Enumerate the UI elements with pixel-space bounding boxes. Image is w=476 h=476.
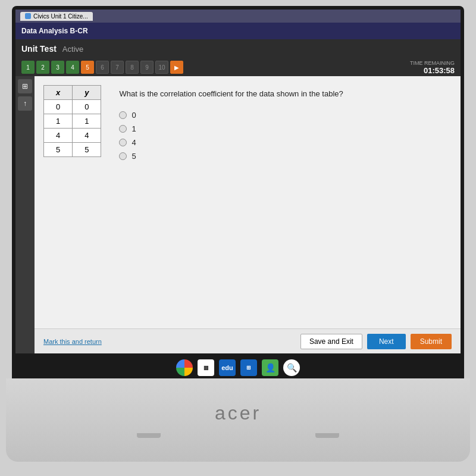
question-btn-9[interactable]: 9: [140, 61, 154, 74]
edu-icon[interactable]: edu: [219, 359, 236, 376]
browser-tab[interactable]: Civics Unit 1 Citize...: [20, 12, 93, 21]
time-remaining-value: 01:53:58: [424, 66, 455, 75]
unit-test-label: Unit Test: [21, 44, 57, 54]
answer-label-5: 5: [131, 152, 136, 161]
answer-options: 0 1 4 5: [119, 111, 452, 161]
answer-option-4[interactable]: 4: [119, 138, 452, 147]
question-btn-3[interactable]: 3: [51, 61, 64, 74]
time-remaining: TIME REMAINING 01:53:58: [410, 60, 455, 75]
question-text: What is the correlation coefficient for …: [119, 88, 452, 100]
bottom-bar: Mark this and return Save and Exit Next …: [15, 328, 461, 353]
question-section: What is the correlation coefficient for …: [119, 85, 452, 320]
user-icon[interactable]: 👤: [262, 359, 278, 376]
sidebar-icon-grid[interactable]: ⊞: [18, 79, 32, 93]
laptop-foot-left: [137, 433, 161, 438]
laptop-foot-right: [315, 433, 339, 438]
table-header-y: y: [73, 86, 101, 100]
submit-button[interactable]: Submit: [411, 334, 452, 349]
table-row: 1 1: [44, 114, 101, 129]
unit-test-bar: Unit Test Active: [15, 39, 461, 58]
bottom-buttons: Save and Exit Next Submit: [300, 334, 452, 349]
question-btn-7[interactable]: 7: [111, 61, 124, 74]
question-btn-4[interactable]: 4: [66, 61, 79, 74]
table-cell-x0: 0: [44, 100, 73, 114]
sidebar-icon-arrow[interactable]: ↑: [18, 96, 32, 111]
data-table: x y 0 0 1 1: [43, 85, 101, 157]
content-wrapper: x y 0 0 1 1: [35, 76, 461, 328]
question-btn-8[interactable]: 8: [126, 61, 139, 74]
acer-logo: acer: [215, 402, 261, 424]
screen: Civics Unit 1 Citize... Data Analysis B-…: [15, 10, 461, 353]
table-cell-y5: 5: [73, 143, 101, 157]
active-status-label: Active: [62, 45, 83, 54]
radio-1[interactable]: [119, 125, 127, 133]
table-cell-y1: 1: [73, 114, 101, 129]
table-cell-x1: 1: [44, 114, 73, 129]
answer-option-5[interactable]: 5: [119, 152, 452, 161]
data-table-section: x y 0 0 1 1: [43, 85, 101, 320]
browser-tab-icon: [25, 13, 31, 19]
taskbar-area: ▦ edu ⊞ 👤 🔍: [12, 357, 464, 378]
answer-option-1[interactable]: 1: [119, 124, 452, 133]
main-content: ⊞ ↑ x y: [15, 76, 461, 353]
next-button[interactable]: Next: [367, 334, 406, 349]
table-row: 4 4: [44, 129, 101, 143]
question-btn-5[interactable]: 5: [81, 61, 94, 74]
laptop-outer: Civics Unit 1 Citize... Data Analysis B-…: [0, 0, 476, 476]
radio-4[interactable]: [119, 139, 127, 146]
laptop-bottom: acer: [6, 378, 470, 462]
question-nav-bar: 1 2 3 4 5 6 7 8 9 10 ▶ TIME REMAINING 01…: [15, 58, 461, 76]
question-btn-2[interactable]: 2: [36, 61, 49, 74]
left-sidebar: ⊞ ↑: [15, 76, 35, 353]
qr-icon[interactable]: ▦: [198, 359, 214, 376]
search-icon[interactable]: 🔍: [283, 359, 300, 376]
browser-tab-label: Civics Unit 1 Citize...: [33, 13, 88, 20]
answer-option-0[interactable]: 0: [119, 111, 452, 120]
table-cell-x5: 5: [44, 143, 73, 157]
save-exit-button[interactable]: Save and Exit: [300, 334, 362, 349]
table-cell-y4: 4: [73, 129, 101, 143]
answer-label-0: 0: [131, 111, 136, 120]
question-btn-1[interactable]: 1: [21, 61, 35, 74]
question-btn-6[interactable]: 6: [96, 61, 109, 74]
radio-5[interactable]: [119, 152, 127, 160]
mark-return-link[interactable]: Mark this and return: [43, 338, 102, 345]
table-header-x: x: [44, 86, 73, 100]
table-row: 5 5: [44, 143, 101, 157]
question-btn-10[interactable]: 10: [155, 61, 168, 74]
time-remaining-label: TIME REMAINING: [410, 60, 455, 66]
table-cell-y0: 0: [73, 100, 101, 114]
table-row: 0 0: [44, 100, 101, 114]
chrome-icon[interactable]: [176, 359, 193, 376]
radio-0[interactable]: [119, 111, 127, 119]
table-cell-x4: 4: [44, 129, 73, 143]
answer-label-4: 4: [131, 138, 136, 147]
answer-label-1: 1: [131, 124, 136, 133]
next-question-arrow[interactable]: ▶: [170, 61, 183, 74]
screen-bezel: Civics Unit 1 Citize... Data Analysis B-…: [12, 6, 464, 357]
app-header: Data Analysis B-CR: [15, 23, 461, 39]
app-title: Data Analysis B-CR: [21, 27, 88, 35]
laptop-feet: [137, 433, 339, 438]
apps-icon[interactable]: ⊞: [240, 359, 257, 376]
browser-tab-bar: Civics Unit 1 Citize...: [15, 10, 461, 23]
